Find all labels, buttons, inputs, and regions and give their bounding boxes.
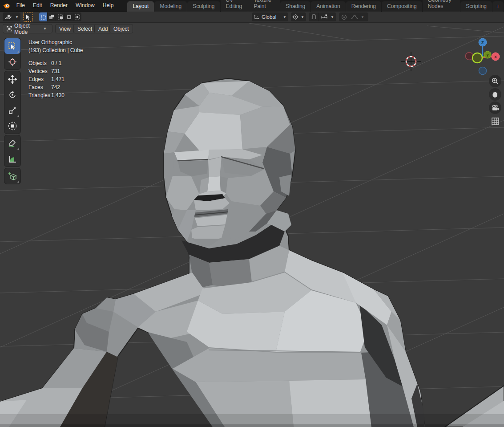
falloff-curve-icon[interactable] xyxy=(349,12,360,21)
chevron-down-icon: ▼ xyxy=(300,15,306,19)
select-mode-invert[interactable] xyxy=(65,12,73,21)
viewport-overlay-text: User Orthographic (193) Collection | Cub… xyxy=(28,38,83,99)
add-workspace-button[interactable]: + xyxy=(492,1,504,12)
zoom-in-icon xyxy=(492,77,499,85)
snap-target-icon[interactable] xyxy=(319,12,330,21)
workspace-tabs: Layout Modeling Sculpting UV Editing Tex… xyxy=(127,0,504,12)
chevron-down-icon: ▼ xyxy=(330,15,336,19)
select-mode-subtract[interactable] xyxy=(56,12,64,21)
transform-orientation-dropdown[interactable]: Global ▼ xyxy=(252,12,288,21)
pivot-point-dropdown[interactable]: ▼ xyxy=(291,12,306,21)
menu-object[interactable]: Object xyxy=(109,24,133,33)
menu-edit[interactable]: Edit xyxy=(29,0,46,11)
chevron-down-icon: ▼ xyxy=(282,15,288,19)
gizmo-axis-neg-z[interactable] xyxy=(479,67,487,75)
menu-render[interactable]: Render xyxy=(46,0,72,11)
snap-group: ▼ xyxy=(309,12,336,21)
tab-modeling[interactable]: Modeling xyxy=(154,1,187,12)
tab-geometry-nodes[interactable]: Geometry Nodes xyxy=(423,0,460,12)
editor-type-icon xyxy=(3,12,14,21)
tool-settings-bar: ▼ xyxy=(0,12,504,23)
toolbar-add-group xyxy=(4,168,20,184)
editor-type-selector[interactable]: ▼ xyxy=(3,12,20,21)
chevron-down-icon: ▼ xyxy=(42,27,48,31)
gizmo-axis-neg-y[interactable] xyxy=(472,53,482,63)
svg-text:Y: Y xyxy=(486,53,489,57)
toolbar-annotate-group xyxy=(4,135,20,167)
tab-rendering[interactable]: Rendering xyxy=(346,1,381,12)
orientation-axes-icon xyxy=(252,12,262,21)
tab-uv-editing[interactable]: UV Editing xyxy=(221,0,248,12)
select-mode-group xyxy=(39,12,81,21)
gizmo-axis-neg-x[interactable] xyxy=(466,53,473,60)
blender-window: File Edit Render Window Help Layout Mode… xyxy=(0,0,504,427)
menu-help[interactable]: Help xyxy=(99,0,118,11)
rotate-tool[interactable] xyxy=(4,87,20,102)
cursor-tool[interactable] xyxy=(4,54,20,69)
pivot-icon xyxy=(291,12,300,21)
navigation-gizmo[interactable]: Y X Z xyxy=(463,37,504,77)
tab-scripting[interactable]: Scripting xyxy=(460,1,492,12)
active-tool-box-select[interactable] xyxy=(23,12,33,22)
toolbar-transform-group xyxy=(4,71,20,134)
move-tool[interactable] xyxy=(4,71,20,87)
tab-animation[interactable]: Animation xyxy=(311,1,345,12)
topbar: File Edit Render Window Help Layout Mode… xyxy=(0,0,504,12)
svg-text:X: X xyxy=(494,54,497,59)
add-cube-tool[interactable] xyxy=(4,168,20,184)
ortho-toggle-button[interactable] xyxy=(489,115,501,127)
chevron-down-icon: ▼ xyxy=(14,15,20,19)
gizmo-axis-y[interactable]: Y xyxy=(484,51,491,58)
proportional-edit-toggle[interactable] xyxy=(339,12,349,21)
toolbar-select-group xyxy=(4,38,20,69)
select-mode-extend[interactable] xyxy=(47,12,56,21)
camera-view-icon xyxy=(492,105,499,111)
gizmo-axis-x[interactable]: X xyxy=(492,53,500,61)
annotate-tool[interactable] xyxy=(4,135,20,151)
orientation-label: Global xyxy=(262,14,276,20)
tab-sculpting[interactable]: Sculpting xyxy=(187,1,220,12)
gizmo-axis-z[interactable]: Z xyxy=(479,38,487,46)
select-mode-set[interactable] xyxy=(39,12,47,21)
select-box-tool[interactable] xyxy=(4,38,20,54)
object-mode-icon xyxy=(7,26,12,32)
menu-select[interactable]: Select xyxy=(73,24,96,33)
tab-shading[interactable]: Shading xyxy=(280,1,310,12)
mode-dropdown[interactable]: Object Mode ▼ xyxy=(3,24,52,33)
measure-tool[interactable] xyxy=(4,151,20,167)
select-mode-intersect[interactable] xyxy=(73,12,81,21)
snap-magnet-toggle[interactable] xyxy=(309,12,319,21)
blender-logo-icon[interactable] xyxy=(0,3,12,9)
mode-label: Object Mode xyxy=(14,23,42,35)
cursor-arrow-icon xyxy=(25,14,31,20)
menu-window[interactable]: Window xyxy=(72,0,99,11)
pan-hand-icon xyxy=(492,91,499,98)
menu-view[interactable]: View xyxy=(55,24,75,33)
tab-texture-paint[interactable]: Texture Paint xyxy=(248,0,280,12)
camera-view-button[interactable] xyxy=(489,102,501,114)
scale-tool[interactable] xyxy=(4,102,20,118)
transform-tool[interactable] xyxy=(4,118,20,134)
context-label: (193) Collection | Cube xyxy=(28,46,83,54)
scene-statistics: Objects0 / 1 Vertices731 Edges1,471 Face… xyxy=(28,59,83,99)
chevron-down-icon: ▼ xyxy=(360,15,366,19)
zoom-button[interactable] xyxy=(489,75,501,87)
tab-compositing[interactable]: Compositing xyxy=(382,1,422,12)
ortho-grid-icon xyxy=(492,118,499,125)
tab-layout[interactable]: Layout xyxy=(127,1,154,12)
menu-file[interactable]: File xyxy=(12,0,29,11)
proportional-edit-group: ▼ xyxy=(339,12,368,21)
view-name-label: User Orthographic xyxy=(28,38,83,46)
pan-button[interactable] xyxy=(489,88,501,101)
svg-text:Z: Z xyxy=(481,40,484,45)
